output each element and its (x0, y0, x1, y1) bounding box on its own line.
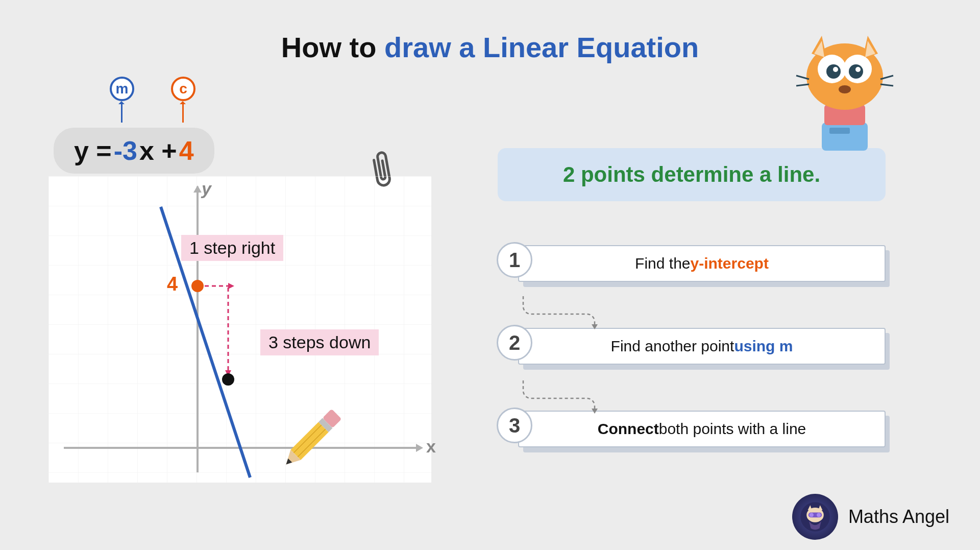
svg-rect-8 (290, 422, 328, 460)
steps-list: 1 Find the y-intercept 2 Find another po… (498, 245, 886, 493)
svg-rect-16 (829, 128, 850, 134)
svg-point-39 (809, 513, 813, 517)
step-content: Connect both points with a line (518, 411, 886, 447)
eq-m: -3 (114, 135, 137, 166)
arrow-m-icon (121, 102, 122, 123)
title-part1: How to (281, 31, 384, 63)
step-3: 3 Connect both points with a line (498, 411, 886, 447)
svg-point-40 (817, 513, 821, 517)
step-number: 2 (497, 325, 532, 361)
step-1: 1 Find the y-intercept (498, 245, 886, 282)
badge-m: m (110, 77, 134, 101)
mascot-icon (794, 20, 896, 153)
brand-name: Maths Angel (848, 506, 949, 528)
pencil-icon (273, 406, 345, 477)
y-intercept-label: 4 (167, 273, 178, 295)
svg-point-29 (839, 85, 851, 93)
brand-logo-icon (792, 494, 838, 540)
connector-2-icon (508, 378, 610, 414)
svg-marker-2 (228, 283, 234, 289)
eq-x: x + (139, 135, 177, 166)
graph-card: x y 4 1 step right 3 steps down (48, 176, 431, 483)
svg-point-4 (191, 280, 204, 292)
svg-line-31 (796, 84, 809, 86)
svg-marker-13 (592, 324, 598, 329)
connector-1-icon (508, 294, 610, 329)
step-down-label: 3 steps down (260, 329, 379, 355)
eq-y: y = (74, 135, 112, 166)
svg-point-5 (222, 373, 234, 386)
equation-pill: y = -3 x + 4 (54, 128, 214, 174)
info-banner: 2 points determine a line. (498, 148, 886, 201)
svg-rect-15 (822, 123, 868, 151)
step-content: Find another point using m (518, 328, 886, 365)
step-2: 2 Find another point using m (498, 328, 886, 365)
svg-marker-14 (592, 409, 598, 414)
badge-c: c (171, 77, 195, 101)
svg-point-25 (826, 64, 841, 79)
svg-point-27 (833, 67, 838, 72)
step-content: Find the y-intercept (518, 245, 886, 282)
brand: Maths Angel (792, 494, 949, 540)
arrow-c-icon (182, 102, 184, 123)
title-part2: draw a Linear Equation (384, 31, 699, 63)
step-right-label: 1 step right (181, 235, 283, 261)
svg-line-33 (880, 84, 893, 86)
svg-point-28 (855, 67, 861, 72)
step-number: 1 (497, 242, 532, 278)
eq-c: 4 (179, 135, 194, 166)
svg-point-26 (849, 64, 863, 79)
step-number: 3 (497, 408, 532, 443)
